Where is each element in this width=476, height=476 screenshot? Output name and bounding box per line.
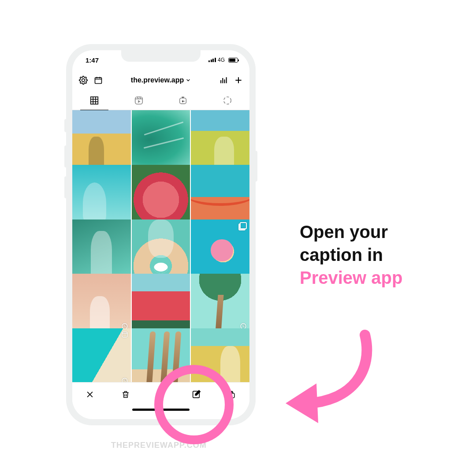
app-header: the.preview.app	[72, 70, 249, 91]
tab-story[interactable]	[205, 91, 250, 110]
svg-rect-7	[122, 332, 127, 337]
close-icon	[86, 390, 94, 399]
network-label: 4G	[218, 57, 225, 63]
delete-button[interactable]	[121, 390, 130, 399]
instruction-text: Open your caption in Preview app	[300, 220, 458, 289]
grid-cell[interactable]	[132, 165, 190, 223]
export-icon	[227, 390, 236, 399]
grid-cell[interactable]	[72, 219, 131, 278]
signal-icon	[208, 58, 216, 62]
grid-cell[interactable]	[191, 165, 249, 223]
reels-badge-icon	[121, 331, 128, 338]
tab-reels[interactable]	[117, 91, 161, 110]
grid-cell[interactable]	[72, 274, 131, 332]
grid-cell[interactable]	[191, 219, 249, 278]
chevron-down-icon	[186, 78, 191, 83]
svg-rect-0	[95, 78, 102, 83]
grid-cell[interactable]	[132, 274, 190, 332]
grid-cell[interactable]	[132, 110, 190, 169]
tag-icon	[156, 390, 165, 399]
calendar-button[interactable]	[93, 75, 103, 85]
instruction-highlight: Preview app	[300, 268, 402, 287]
instruction-line: Open your	[300, 222, 388, 242]
svg-rect-2	[135, 97, 143, 104]
grid-cell[interactable]	[72, 165, 131, 223]
export-button[interactable]	[227, 390, 237, 399]
calendar-icon	[94, 76, 103, 85]
feed-tabs	[72, 91, 249, 110]
svg-rect-1	[91, 97, 98, 104]
tag-button[interactable]	[156, 390, 166, 399]
phone-mockup: 1:47 4G the.preview.app	[66, 44, 256, 425]
grid-cell[interactable]	[191, 274, 249, 332]
clock-icon	[121, 377, 128, 382]
grid-cell[interactable]	[72, 328, 131, 382]
edit-caption-button[interactable]	[191, 390, 201, 399]
add-button[interactable]	[234, 75, 243, 85]
plus-icon	[234, 76, 243, 85]
phone-side-button	[64, 119, 66, 132]
compose-icon	[191, 390, 201, 399]
phone-side-button	[256, 151, 257, 182]
tab-igtv[interactable]	[161, 91, 205, 110]
account-selector[interactable]: the.preview.app	[131, 76, 191, 84]
arrow-icon	[277, 326, 387, 428]
trash-icon	[121, 390, 130, 399]
status-time: 1:47	[86, 56, 99, 64]
grid-cell[interactable]	[72, 110, 131, 169]
watermark-text: THEPREVIEWAPP.COM	[111, 441, 207, 450]
grid-cell[interactable]	[191, 110, 249, 169]
instruction-line: caption in	[300, 245, 383, 264]
battery-icon	[228, 58, 238, 63]
multi-photo-icon	[240, 222, 247, 231]
close-button[interactable]	[85, 390, 95, 399]
photo-grid	[72, 110, 249, 382]
phone-notch	[121, 50, 201, 62]
home-indicator	[72, 406, 249, 419]
grid-cell[interactable]	[132, 219, 190, 278]
reels-icon	[134, 96, 144, 105]
grid-icon	[89, 96, 99, 105]
story-ring-icon	[223, 96, 232, 105]
tab-grid[interactable]	[72, 91, 117, 110]
grid-cell[interactable]	[132, 328, 190, 382]
analytics-button[interactable]	[219, 75, 228, 85]
svg-point-9	[162, 392, 163, 394]
phone-screen: 1:47 4G the.preview.app	[72, 50, 249, 419]
phone-side-button	[64, 176, 66, 198]
username-label: the.preview.app	[131, 76, 184, 84]
gear-icon	[79, 76, 88, 85]
settings-button[interactable]	[78, 75, 88, 85]
grid-cell[interactable]	[191, 328, 249, 382]
phone-side-button	[64, 145, 66, 167]
igtv-icon	[178, 96, 188, 105]
bar-chart-icon	[219, 76, 228, 85]
svg-point-4	[224, 97, 231, 104]
bottom-toolbar	[72, 382, 249, 406]
